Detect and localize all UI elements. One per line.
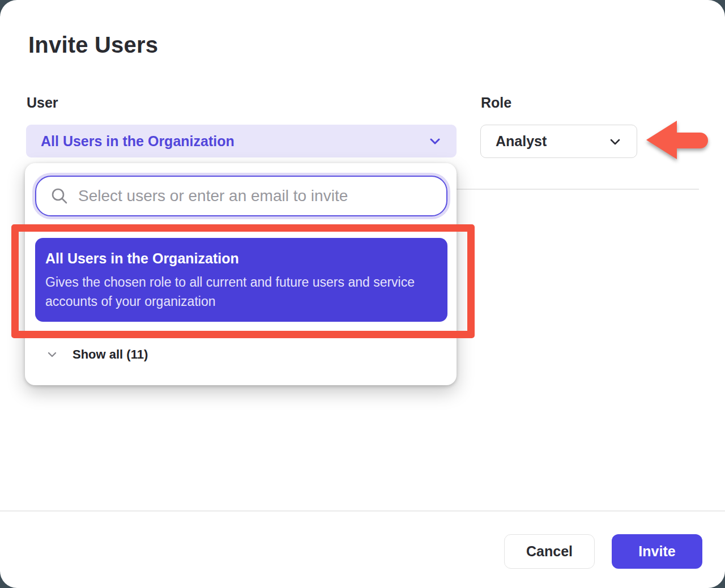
page-title: Invite Users — [28, 32, 158, 58]
role-field-label: Role — [481, 95, 511, 111]
divider — [457, 189, 699, 190]
invite-button[interactable]: Invite — [612, 534, 702, 569]
chevron-down-icon — [46, 349, 58, 360]
user-field-label: User — [27, 95, 58, 111]
search-icon — [50, 186, 69, 206]
chevron-down-icon — [608, 135, 622, 148]
annotation-arrow-icon — [645, 117, 710, 167]
invite-users-modal: Invite Users User All Users in the Organ… — [0, 0, 725, 588]
footer-divider — [0, 510, 725, 512]
user-select[interactable]: All Users in the Organization — [26, 125, 457, 157]
option-title: All Users in the Organization — [45, 250, 430, 267]
role-select-value: Analyst — [496, 133, 608, 150]
show-all-label: Show all (11) — [72, 347, 148, 362]
show-all-toggle[interactable]: Show all (11) — [25, 339, 457, 370]
option-description: Gives the chosen role to all current and… — [45, 272, 430, 311]
user-dropdown-panel: All Users in the Organization Gives the … — [25, 163, 457, 385]
user-search-box[interactable] — [35, 176, 447, 216]
dropdown-option-all-users[interactable]: All Users in the Organization Gives the … — [35, 238, 447, 322]
role-select[interactable]: Analyst — [480, 125, 637, 158]
user-select-value: All Users in the Organization — [41, 133, 428, 150]
user-search-input[interactable] — [78, 187, 433, 205]
chevron-down-icon — [428, 134, 442, 148]
cancel-button[interactable]: Cancel — [504, 534, 595, 569]
